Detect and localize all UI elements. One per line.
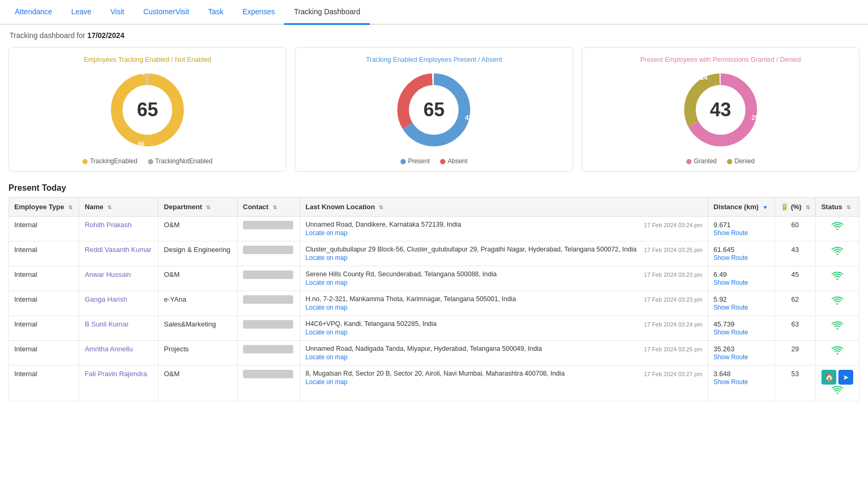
col-status[interactable]: Status ⇅ (816, 198, 860, 217)
present-today-table: Employee Type ⇅ Name ⇅ Department ⇅ Cont… (8, 197, 860, 402)
cell-status (816, 341, 860, 366)
cell-battery: 43 (774, 241, 816, 266)
show-route-link[interactable]: Show Route (714, 229, 748, 237)
employee-name-link[interactable]: B Sunil Kumar (85, 320, 128, 328)
cell-contact: XXXXXXXXXX (237, 266, 300, 291)
tab-task[interactable]: Task (199, 0, 233, 25)
cell-name[interactable]: Rohith Prakash (79, 217, 158, 241)
tab-expenses[interactable]: Expenses (233, 0, 284, 25)
home-action-btn[interactable]: 🏠 (822, 370, 836, 385)
tabs-bar: Attendance Leave Visit CustomerVisit Tas… (0, 0, 868, 25)
col-location[interactable]: Last Known Location ⇅ (300, 198, 708, 217)
cell-status (816, 266, 860, 291)
locate-on-map-link[interactable]: Locate on map (305, 254, 702, 262)
chart1-donut: 65 0 65 (105, 68, 190, 152)
locate-on-map-link[interactable]: Locate on map (305, 279, 702, 286)
employee-name-link[interactable]: Anwar Hussain (85, 270, 130, 278)
employee-name-link[interactable]: Ganga Harish (85, 295, 127, 303)
legend-enabled: TrackingEnabled (82, 157, 137, 165)
tab-leave[interactable]: Leave (62, 0, 101, 25)
cell-emp-type: Internal (9, 217, 79, 241)
show-route-link[interactable]: Show Route (714, 378, 748, 386)
locate-on-map-link[interactable]: Locate on map (305, 304, 702, 311)
location-text: H4C6+VPQ, Kandi, Telangana 502285, India (305, 320, 436, 328)
col-contact[interactable]: Contact ⇅ (237, 198, 300, 217)
show-route-link[interactable]: Show Route (714, 304, 748, 311)
table-row: Internal Amritha Annellu Projects XXXXXX… (9, 341, 860, 366)
tab-attendance[interactable]: Attendance (5, 0, 62, 25)
cell-name[interactable]: Fali Pravin Rajendra (79, 366, 158, 402)
contact-value: XXXXXXXXXX (243, 345, 293, 353)
col-battery[interactable]: 🔋 (%) ⇅ (774, 198, 816, 217)
show-route-link[interactable]: Show Route (714, 254, 748, 262)
cell-battery: 29 (774, 341, 816, 366)
col-department[interactable]: Department ⇅ (158, 198, 237, 217)
col-emp-type[interactable]: Employee Type ⇅ (9, 198, 79, 217)
cell-distance: 35.263 Show Route (708, 341, 774, 366)
show-route-link[interactable]: Show Route (714, 329, 748, 336)
col-name[interactable]: Name ⇅ (79, 198, 158, 217)
show-route-link[interactable]: Show Route (714, 279, 748, 286)
cell-department: e-YAna (158, 291, 237, 316)
locate-on-map-link[interactable]: Locate on map (305, 229, 702, 237)
location-timestamp: 17 Feb 2024 03:23 pm (644, 272, 703, 278)
cell-name[interactable]: Anwar Hussain (79, 266, 158, 291)
charts-row: Employees Tracking Enabled / Not Enabled… (0, 44, 868, 180)
locate-on-map-link[interactable]: Locate on map (305, 378, 702, 386)
cell-contact: XXXXXXXXXX (237, 316, 300, 341)
show-route-link[interactable]: Show Route (714, 353, 748, 361)
cell-battery: 62 (774, 291, 816, 316)
cell-department: O&M (158, 266, 237, 291)
employee-name-link[interactable]: Reddi Vasanth Kumar (85, 246, 151, 254)
chart3-label-14: 14 (701, 74, 707, 81)
cell-battery: 53 (774, 366, 816, 402)
cell-location: Cluster_qutubullapur 29 Block-56, Cluste… (300, 241, 708, 266)
cell-status (816, 241, 860, 266)
cell-contact: XXXXXXXXXX (237, 341, 300, 366)
locate-on-map-link[interactable]: Locate on map (305, 353, 702, 361)
cell-department: Sales&Marketing (158, 316, 237, 341)
location-timestamp: 17 Feb 2024 03:24 pm (644, 222, 703, 228)
section-title-present-today: Present Today (0, 180, 868, 197)
chart3-legend: Granted Denied (686, 157, 754, 165)
chart-present-absent: Tracking Enabled Employees Present / Abs… (295, 47, 573, 172)
legend-denied: Denied (727, 157, 754, 165)
cell-name[interactable]: Ganga Harish (79, 291, 158, 316)
employee-name-link[interactable]: Rohith Prakash (85, 221, 132, 229)
svg-point-6 (837, 229, 838, 230)
cell-name[interactable]: B Sunil Kumar (79, 316, 158, 341)
location-text: Cluster_qutubullapur 29 Block-56, Cluste… (305, 246, 637, 253)
table-row: Internal Ganga Harish e-YAna XXXXXXXXXX … (9, 291, 860, 316)
employee-name-link[interactable]: Fali Pravin Rajendra (85, 370, 147, 378)
tab-customervisit[interactable]: CustomerVisit (134, 0, 199, 25)
locate-on-map-link[interactable]: Locate on map (305, 329, 702, 336)
table-wrapper: Employee Type ⇅ Name ⇅ Department ⇅ Cont… (0, 197, 868, 402)
location-timestamp: 17 Feb 2024 03:25 pm (644, 247, 703, 253)
distance-value: 9.671 (714, 221, 731, 229)
route-action-btn[interactable]: ➤ (838, 370, 853, 385)
col-distance[interactable]: Distance (km) ▼ (708, 198, 774, 217)
header-date: 17/02/2024 (87, 31, 124, 40)
cell-status (816, 217, 860, 241)
cell-contact: XXXXXXXXXX (237, 217, 300, 241)
chart2-label-22: 22 (403, 77, 410, 85)
cell-emp-type: Internal (9, 241, 79, 266)
svg-point-9 (837, 303, 838, 305)
table-row: Internal Anwar Hussain O&M XXXXXXXXXX Se… (9, 266, 860, 291)
cell-location: Unnamed Road, Dandikere, Karnataka 57213… (300, 217, 708, 241)
employee-name-link[interactable]: Amritha Annellu (85, 345, 133, 353)
tab-visit[interactable]: Visit (101, 0, 134, 25)
table-row: Internal Fali Pravin Rajendra O&M XXXXXX… (9, 366, 860, 402)
location-text: H.no, 7-2-321, Mankamma Thota, Karimnaga… (305, 295, 516, 303)
location-text: 8, Mugalsan Rd, Sector 20 B, Sector 20, … (305, 370, 565, 377)
chart2-label-43: 43 (465, 114, 472, 122)
cell-name[interactable]: Reddi Vasanth Kumar (79, 241, 158, 266)
cell-name[interactable]: Amritha Annellu (79, 341, 158, 366)
legend-absent: Absent (440, 157, 467, 165)
distance-value: 45.739 (714, 320, 735, 328)
contact-value: XXXXXXXXXX (243, 246, 293, 254)
action-icons[interactable]: 🏠 ➤ (821, 370, 854, 385)
cell-distance: 45.739 Show Route (708, 316, 774, 341)
tab-tracking-dashboard[interactable]: Tracking Dashboard (284, 0, 370, 25)
cell-emp-type: Internal (9, 266, 79, 291)
